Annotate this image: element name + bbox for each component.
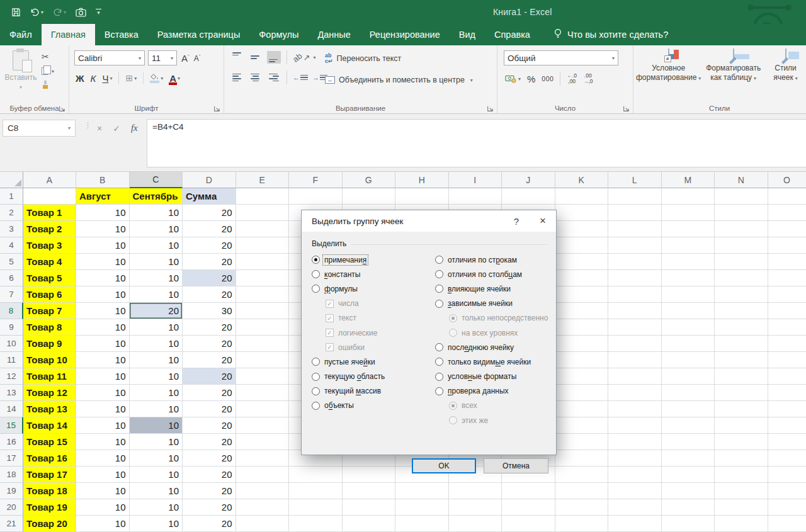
cell-J1[interactable] (502, 188, 555, 205)
cell-M3[interactable] (662, 221, 715, 237)
cell-E16[interactable] (236, 434, 290, 450)
cell-N9[interactable] (715, 319, 768, 336)
cell-M6[interactable] (662, 270, 715, 286)
cell-A18[interactable]: Товар 17 (23, 467, 76, 483)
row-header-14[interactable]: 14 (0, 401, 23, 417)
cell-C17[interactable]: 10 (130, 450, 183, 467)
cell-D8[interactable]: 30 (183, 303, 236, 319)
cell-M13[interactable] (662, 385, 715, 401)
cell-B3[interactable]: 10 (76, 221, 130, 237)
cell-K20[interactable] (555, 499, 609, 516)
row-header-7[interactable]: 7 (0, 286, 23, 303)
cell-A5[interactable]: Товар 4 (23, 254, 76, 270)
cell-O11[interactable] (768, 352, 806, 368)
column-header-D[interactable]: D (183, 172, 236, 188)
comma-style-button[interactable]: 000 (542, 75, 553, 82)
cell-K10[interactable] (555, 336, 609, 352)
cell-D18[interactable]: 20 (183, 467, 236, 483)
cell-K3[interactable] (555, 221, 609, 237)
cell-N11[interactable] (715, 352, 768, 368)
cell-L6[interactable] (608, 270, 662, 286)
name-box-dropdown-icon[interactable]: ▾ (68, 125, 71, 131)
cell-C10[interactable]: 10 (130, 336, 183, 352)
cell-A4[interactable]: Товар 3 (23, 237, 76, 254)
cell-L10[interactable] (608, 336, 662, 352)
cell-N1[interactable] (715, 188, 768, 205)
cell-A9[interactable]: Товар 8 (23, 319, 76, 336)
cell-C5[interactable]: 10 (130, 254, 183, 270)
cell-L13[interactable] (608, 385, 662, 401)
row-header-1[interactable]: 1 (0, 188, 23, 205)
radio-icon[interactable] (312, 358, 320, 366)
cell-B7[interactable]: 10 (76, 286, 130, 303)
cell-D20[interactable]: 20 (183, 499, 236, 516)
cell-styles-button[interactable]: Стили ячеек▾ (766, 49, 805, 82)
orientation-button[interactable]: ab↗▾ (293, 53, 315, 62)
column-header-N[interactable]: N (715, 172, 768, 188)
cell-A15[interactable]: Товар 14 (23, 417, 76, 434)
save-icon[interactable] (11, 8, 21, 17)
cell-B11[interactable]: 10 (76, 352, 130, 368)
cell-A13[interactable]: Товар 12 (23, 385, 76, 401)
cell-K21[interactable] (555, 516, 609, 532)
cell-B13[interactable]: 10 (76, 385, 130, 401)
name-box[interactable]: C8 ▾ (3, 120, 76, 137)
radio-option-right-6[interactable]: последнюю ячейку (435, 340, 548, 354)
cell-A11[interactable]: Товар 10 (23, 352, 76, 368)
column-header-L[interactable]: L (608, 172, 662, 188)
cell-C21[interactable]: 10 (130, 516, 183, 532)
cell-N10[interactable] (715, 336, 768, 352)
cell-O6[interactable] (768, 270, 806, 286)
row-header-11[interactable]: 11 (0, 352, 23, 368)
cell-H20[interactable] (395, 499, 449, 516)
cell-N3[interactable] (715, 221, 768, 237)
cell-A21[interactable]: Товар 20 (23, 516, 76, 532)
align-center-button[interactable] (249, 71, 263, 84)
radio-icon[interactable] (435, 300, 443, 308)
cell-E11[interactable] (236, 352, 290, 368)
radio-option-right-0[interactable]: отличия по строкам (435, 252, 548, 267)
redo-button[interactable]: ▾ (53, 8, 66, 16)
cell-K1[interactable] (555, 188, 609, 205)
cell-A1[interactable] (23, 188, 76, 205)
row-header-10[interactable]: 10 (0, 336, 23, 352)
number-format-select[interactable]: Общий▾ (504, 50, 618, 65)
cell-K19[interactable] (555, 483, 609, 499)
cell-C2[interactable]: 10 (130, 205, 183, 221)
radio-icon[interactable] (312, 402, 320, 410)
radio-option-left-0[interactable]: примечания (312, 252, 385, 267)
cell-K16[interactable] (555, 434, 609, 450)
column-header-E[interactable]: E (236, 172, 290, 188)
cell-O16[interactable] (768, 434, 806, 450)
cell-J20[interactable] (502, 499, 555, 516)
cell-A19[interactable]: Товар 18 (23, 483, 76, 499)
cell-O4[interactable] (768, 237, 806, 254)
cell-N21[interactable] (715, 516, 768, 532)
grow-font-button[interactable]: Aˆ (181, 53, 190, 64)
cell-O9[interactable] (768, 319, 806, 336)
cell-G1[interactable] (343, 188, 396, 205)
cell-A10[interactable]: Товар 9 (23, 336, 76, 352)
font-dialog-launcher[interactable] (213, 103, 221, 111)
cell-O20[interactable] (768, 499, 806, 516)
radio-option-right-2[interactable]: влияющие ячейки (435, 281, 548, 296)
row-header-13[interactable]: 13 (0, 385, 23, 401)
cell-E15[interactable] (236, 417, 290, 434)
radio-icon[interactable] (312, 373, 320, 381)
cell-E10[interactable] (236, 336, 290, 352)
cell-C15[interactable]: 10 (130, 417, 183, 434)
cancel-entry-icon[interactable]: × (97, 123, 102, 133)
cell-C11[interactable]: 10 (130, 352, 183, 368)
cell-L20[interactable] (608, 499, 662, 516)
cell-N8[interactable] (715, 303, 768, 319)
row-header-18[interactable]: 18 (0, 467, 23, 483)
cell-M14[interactable] (662, 401, 715, 417)
cell-C1[interactable]: Сентябрь (130, 188, 183, 205)
cell-E17[interactable] (236, 450, 290, 467)
dialog-help-button[interactable]: ? (503, 210, 530, 232)
cell-D12[interactable]: 20 (183, 368, 236, 385)
cell-L4[interactable] (608, 237, 662, 254)
cell-A8[interactable]: Товар 7 (23, 303, 76, 319)
cell-O12[interactable] (768, 368, 806, 385)
cell-K4[interactable] (555, 237, 609, 254)
